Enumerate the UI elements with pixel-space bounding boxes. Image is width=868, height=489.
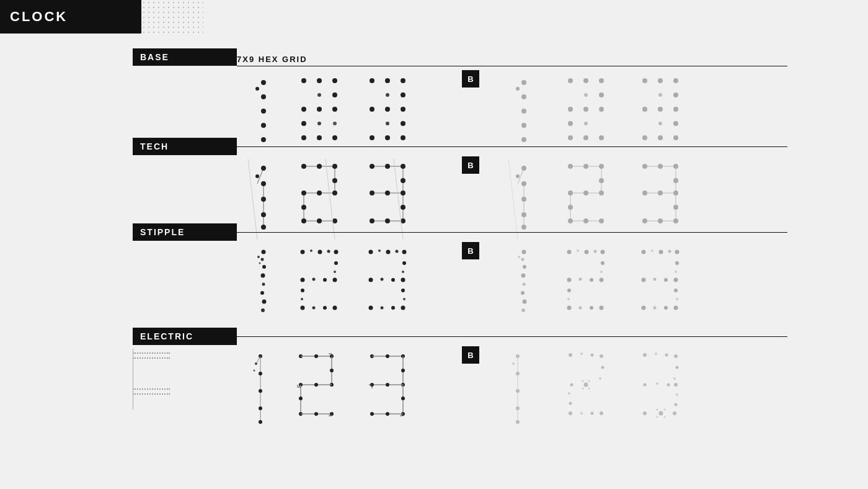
- svg-point-244: [254, 370, 255, 372]
- svg-point-288: [601, 366, 604, 369]
- svg-point-263: [386, 354, 389, 358]
- svg-point-128: [599, 191, 604, 195]
- electric-dark-digit-2: [288, 349, 350, 429]
- svg-point-104: [370, 218, 374, 223]
- svg-point-67: [261, 166, 266, 171]
- svg-point-132: [599, 218, 604, 223]
- svg-point-208: [600, 271, 603, 273]
- svg-point-148: [673, 218, 678, 223]
- svg-point-189: [369, 306, 373, 310]
- svg-point-55: [673, 92, 678, 97]
- base-h-line: [237, 66, 787, 66]
- svg-point-27: [401, 121, 405, 126]
- svg-point-143: [658, 191, 663, 195]
- svg-point-13: [301, 121, 306, 126]
- electric-light-digit-1: [496, 349, 539, 429]
- svg-point-201: [518, 256, 520, 258]
- svg-point-159: [301, 250, 305, 254]
- svg-point-7: [317, 78, 322, 83]
- svg-point-282: [516, 420, 520, 424]
- stipple-b-badge: B: [462, 242, 479, 259]
- svg-point-194: [521, 258, 525, 261]
- svg-point-319: [643, 411, 647, 415]
- svg-point-54: [673, 78, 678, 83]
- svg-point-186: [401, 278, 405, 282]
- stipple-dark-digit-1: [236, 246, 291, 320]
- svg-point-187: [401, 289, 405, 292]
- base-b-badge: B: [462, 70, 479, 87]
- svg-point-130: [568, 218, 573, 223]
- svg-point-302: [643, 353, 647, 357]
- svg-point-167: [312, 278, 316, 281]
- svg-line-243: [256, 356, 260, 364]
- svg-point-23: [401, 92, 405, 97]
- svg-point-126: [568, 191, 573, 195]
- stipple-dark-digit-2: [291, 246, 353, 320]
- svg-point-57: [658, 107, 663, 112]
- svg-point-294: [588, 388, 590, 390]
- svg-point-163: [334, 250, 339, 254]
- svg-point-138: [642, 164, 647, 169]
- svg-point-114: [521, 212, 526, 217]
- svg-point-231: [676, 298, 678, 300]
- svg-point-158: [259, 262, 261, 264]
- svg-point-180: [402, 250, 407, 254]
- svg-point-9: [332, 92, 337, 97]
- svg-point-190: [381, 307, 384, 310]
- stipple-h-line: [237, 232, 787, 233]
- svg-point-110: [521, 166, 526, 171]
- stipple-light-digit-1: [496, 246, 552, 320]
- svg-point-53: [658, 78, 663, 83]
- svg-point-218: [600, 306, 604, 310]
- svg-point-301: [600, 411, 603, 415]
- svg-point-285: [580, 352, 583, 355]
- svg-point-141: [673, 178, 678, 183]
- svg-point-165: [334, 271, 336, 273]
- svg-point-153: [262, 283, 265, 286]
- svg-point-43: [568, 107, 573, 112]
- svg-point-300: [591, 412, 594, 415]
- svg-point-50: [584, 93, 588, 97]
- svg-point-18: [317, 122, 321, 125]
- svg-point-5: [255, 87, 259, 91]
- svg-point-3: [261, 123, 266, 128]
- svg-point-131: [583, 218, 588, 223]
- svg-point-12: [332, 107, 337, 112]
- svg-point-4: [261, 137, 266, 142]
- svg-point-102: [401, 191, 405, 195]
- svg-point-35: [521, 109, 526, 114]
- svg-point-293: [582, 388, 584, 390]
- svg-point-33: [521, 80, 526, 85]
- svg-point-19: [333, 122, 337, 125]
- svg-point-316: [664, 409, 666, 411]
- svg-point-209: [567, 278, 572, 282]
- svg-point-139: [658, 164, 663, 169]
- svg-point-100: [370, 191, 374, 195]
- svg-point-292: [588, 380, 590, 382]
- svg-point-150: [261, 258, 264, 261]
- svg-point-39: [568, 78, 573, 83]
- electric-h-line: [237, 336, 787, 337]
- svg-line-90: [326, 159, 335, 240]
- svg-point-129: [568, 205, 573, 210]
- svg-point-183: [369, 278, 373, 282]
- svg-point-284: [569, 353, 572, 357]
- svg-point-72: [261, 225, 266, 230]
- svg-point-229: [674, 278, 678, 282]
- svg-point-160: [310, 249, 312, 252]
- svg-point-299: [580, 412, 583, 415]
- svg-point-290: [584, 383, 588, 387]
- svg-point-283: [512, 362, 515, 365]
- electric-dots-4: [133, 393, 170, 395]
- svg-point-127: [583, 191, 588, 195]
- electric-light-digit-3: [632, 349, 694, 429]
- svg-point-48: [583, 135, 588, 140]
- svg-point-286: [591, 354, 594, 357]
- svg-point-86: [301, 205, 306, 210]
- svg-point-219: [642, 250, 646, 254]
- section-stipple-label: STIPPLE: [133, 223, 237, 241]
- svg-point-173: [312, 307, 316, 310]
- svg-point-291: [582, 380, 584, 382]
- svg-point-205: [594, 250, 597, 253]
- svg-point-199: [523, 300, 527, 304]
